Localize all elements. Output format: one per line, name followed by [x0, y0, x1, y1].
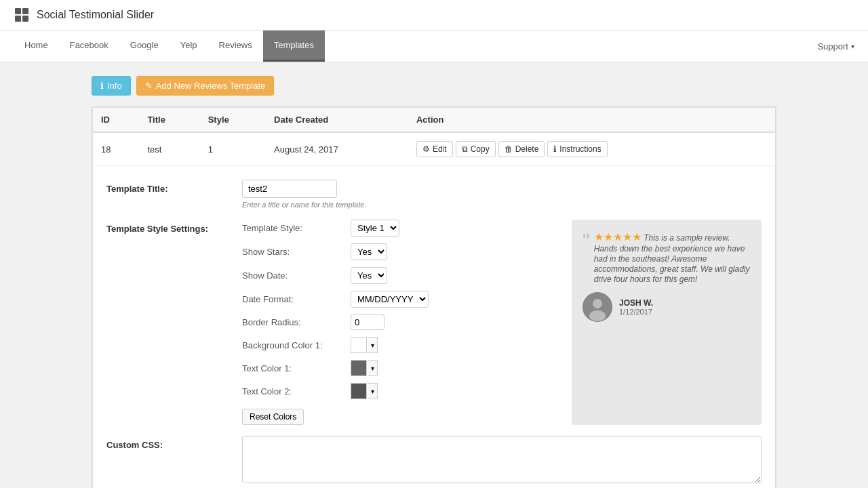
bg-color-field: Background Color 1: ▾: [242, 337, 558, 353]
app-title: Social Testimonial Slider: [37, 9, 154, 21]
border-radius-label: Border Radius:: [242, 317, 351, 327]
nav-bar: Home Facebook Google Yelp Reviews Templa…: [0, 30, 868, 62]
svg-rect-3: [22, 16, 28, 22]
show-date-select[interactable]: Yes No: [351, 267, 387, 284]
template-style-select[interactable]: Style 1 Style 2 Style 3: [351, 220, 399, 237]
text-color2-label: Text Color 2:: [242, 386, 351, 396]
author-info: JOSH W. 1/12/2017: [619, 298, 653, 316]
content-container: ID Title Style Date Created Action 18 te…: [92, 106, 776, 488]
show-stars-field: Show Stars: Yes No: [242, 243, 558, 260]
border-radius-field: Border Radius:: [242, 314, 558, 330]
instructions-button[interactable]: ℹ Instructions: [547, 141, 607, 157]
style-settings-control: Template Style: Style 1 Style 2 Style 3 …: [242, 220, 762, 425]
action-row: ℹ Info ✎ Add New Reviews Template: [92, 76, 776, 96]
custom-css-textarea[interactable]: [242, 436, 762, 483]
support-button[interactable]: Support: [817, 41, 854, 52]
edit-button[interactable]: ⚙ Edit: [416, 141, 453, 157]
info-circle-icon: ℹ: [553, 144, 557, 154]
preview-stars: ★★★★★: [594, 231, 642, 243]
copy-button[interactable]: ⧉ Copy: [456, 141, 496, 157]
template-title-control: Enter a title or name for this template.: [242, 180, 762, 209]
delete-button[interactable]: 🗑 Delete: [498, 141, 545, 157]
text-color2-dropdown[interactable]: ▾: [368, 383, 378, 399]
col-style: Style: [200, 108, 266, 133]
col-date: Date Created: [266, 108, 408, 133]
style-settings-inner: Template Style: Style 1 Style 2 Style 3 …: [242, 220, 762, 425]
preview-card: " ★★★★★ This is a sample review. Hands d…: [572, 220, 762, 425]
trash-icon: 🗑: [505, 144, 513, 154]
reset-colors-button[interactable]: Reset Colors: [242, 409, 304, 425]
table-row: 18 test 1 August 24, 2017 ⚙ Edit ⧉ Co: [93, 132, 776, 166]
template-title-hint: Enter a title or name for this template.: [242, 201, 762, 209]
show-stars-select[interactable]: Yes No: [351, 243, 387, 260]
top-bar: Social Testimonial Slider: [0, 0, 868, 30]
nav-reviews[interactable]: Reviews: [208, 30, 263, 62]
nav-facebook[interactable]: Facebook: [59, 30, 119, 62]
text-color1-picker: ▾: [351, 360, 378, 376]
template-style-label: Template Style:: [242, 223, 351, 233]
quote-icon: ": [583, 230, 590, 251]
info-button[interactable]: ℹ Info: [92, 76, 131, 96]
preview-header: " ★★★★★ This is a sample review. Hands d…: [583, 230, 751, 284]
copy-icon: ⧉: [462, 144, 468, 154]
custom-css-control: Enter custom CSS code to change the look…: [242, 436, 762, 488]
text-color1-field: Text Color 1: ▾: [242, 360, 558, 376]
col-id: ID: [93, 108, 140, 133]
bg-color-swatch[interactable]: [351, 337, 367, 353]
text-color1-dropdown[interactable]: ▾: [368, 360, 378, 376]
col-action: Action: [408, 108, 776, 133]
author-date: 1/12/2017: [619, 308, 653, 316]
add-template-button[interactable]: ✎ Add New Reviews Template: [136, 76, 275, 96]
style-settings-row: Template Style Settings: Template Style:…: [106, 220, 762, 425]
action-buttons: ⚙ Edit ⧉ Copy 🗑 Delete: [416, 141, 767, 157]
svg-rect-1: [22, 8, 28, 14]
bg-color-label: Background Color 1:: [242, 340, 351, 350]
show-stars-label: Show Stars:: [242, 247, 351, 257]
style-settings-label: Template Style Settings:: [106, 220, 242, 425]
app-icon: [14, 7, 30, 23]
nav-right: Support: [817, 30, 854, 62]
preview-author: JOSH W. 1/12/2017: [583, 292, 751, 322]
nav-templates[interactable]: Templates: [263, 30, 325, 62]
svg-rect-0: [15, 8, 21, 14]
nav-left: Home Facebook Google Yelp Reviews Templa…: [14, 30, 325, 62]
text-color2-swatch[interactable]: [351, 383, 367, 399]
template-style-field: Template Style: Style 1 Style 2 Style 3: [242, 220, 558, 237]
row-style: 1: [200, 132, 266, 166]
nav-google[interactable]: Google: [119, 30, 170, 62]
svg-point-6: [589, 310, 606, 321]
form-section: Template Title: Enter a title or name fo…: [92, 166, 776, 488]
row-id: 18: [93, 132, 140, 166]
custom-css-row: Custom CSS: Enter custom CSS code to cha…: [106, 436, 762, 488]
show-date-field: Show Date: Yes No: [242, 267, 558, 284]
text-color2-picker: ▾: [351, 383, 378, 399]
style-settings-fields: Template Style: Style 1 Style 2 Style 3 …: [242, 220, 558, 425]
bg-color-dropdown[interactable]: ▾: [368, 337, 378, 353]
svg-rect-2: [15, 16, 21, 22]
custom-css-label: Custom CSS:: [106, 436, 242, 488]
date-format-select[interactable]: MM/DD/YYYY DD/MM/YYYY YYYY/MM/DD: [351, 291, 429, 308]
text-color2-field: Text Color 2: ▾: [242, 383, 558, 399]
text-color1-swatch[interactable]: [351, 360, 367, 376]
template-title-input[interactable]: [242, 180, 337, 198]
date-format-field: Date Format: MM/DD/YYYY DD/MM/YYYY YYYY/…: [242, 291, 558, 308]
info-icon: ℹ: [100, 81, 104, 91]
gear-icon: ⚙: [422, 144, 430, 154]
nav-yelp[interactable]: Yelp: [170, 30, 208, 62]
svg-point-5: [593, 299, 602, 308]
text-color1-label: Text Color 1:: [242, 363, 351, 373]
template-title-label: Template Title:: [106, 180, 242, 209]
main-content: ℹ Info ✎ Add New Reviews Template ID Tit…: [78, 62, 790, 488]
reset-colors-wrap: Reset Colors: [242, 406, 558, 425]
template-title-row: Template Title: Enter a title or name fo…: [106, 180, 762, 209]
preview-content: ★★★★★ This is a sample review. Hands dow…: [594, 230, 751, 284]
pencil-icon: ✎: [145, 81, 153, 91]
bg-color-picker: ▾: [351, 337, 378, 353]
col-title: Title: [139, 108, 199, 133]
author-avatar: [583, 292, 612, 322]
date-format-label: Date Format:: [242, 294, 351, 304]
border-radius-input[interactable]: [351, 314, 384, 330]
author-name: JOSH W.: [619, 298, 653, 308]
row-actions: ⚙ Edit ⧉ Copy 🗑 Delete: [408, 132, 776, 166]
nav-home[interactable]: Home: [14, 30, 59, 62]
